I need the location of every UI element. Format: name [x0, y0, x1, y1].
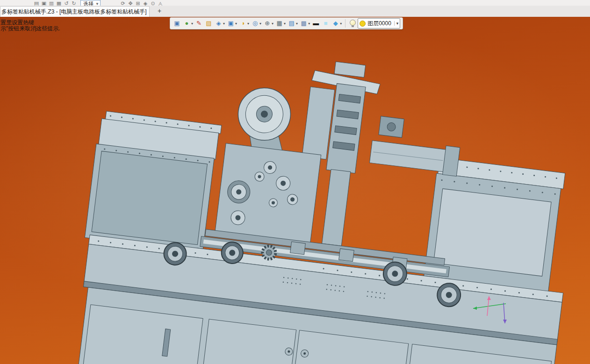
- layer-dropdown[interactable]: 图层0000 ▾: [358, 18, 400, 29]
- export-window-icon[interactable]: ▣: [173, 19, 181, 28]
- light-bulb-icon[interactable]: [348, 19, 357, 28]
- toolbar-separator: [345, 19, 345, 28]
- machine-model[interactable]: [56, 34, 588, 364]
- solid-box-icon[interactable]: ▧: [204, 19, 213, 28]
- left-cabinet[interactable]: [85, 110, 221, 252]
- new-tab-button[interactable]: +: [155, 7, 164, 15]
- document-tab-title: 多标签粘贴机械手.Z3 - [电脑主板电路板多标签粘贴机械手]: [0, 8, 147, 16]
- section-view-icon: ▤: [288, 19, 295, 28]
- line-width-icon: ▬: [312, 19, 320, 28]
- dropdown-caret-icon[interactable]: ▾: [284, 21, 286, 26]
- appearance-icon[interactable]: ●▾: [182, 19, 194, 28]
- color-wheel-icon: ◑: [239, 19, 247, 28]
- viewport-toolbar-icons: ▣●▾✎▧◈▾▣▾◑▾◎▾⊕▾▦▾▤▾▩▾▬■◆▾: [173, 19, 342, 28]
- appearance-icon: ●: [183, 19, 191, 28]
- display-mode-icon: ▣: [227, 19, 235, 28]
- render-image-icon: ▩: [300, 19, 308, 28]
- dropdown-caret-icon[interactable]: ▾: [191, 21, 193, 26]
- align-plane-icon[interactable]: ▦▾: [275, 19, 286, 28]
- hint-line-2: 示"按钮来取消这些提示.: [0, 26, 60, 32]
- document-tab[interactable]: 多标签粘贴机械手.Z3 - [电脑主板电路板多标签粘贴机械手] ×: [0, 6, 150, 17]
- display-mode-icon[interactable]: ▣▾: [226, 19, 237, 28]
- material-icon[interactable]: ◆▾: [331, 19, 342, 28]
- render-image-icon[interactable]: ▩▾: [299, 19, 310, 28]
- zoom-icon: ◎: [251, 19, 259, 28]
- background-color-icon: ■: [322, 19, 330, 28]
- material-icon: ◆: [331, 19, 339, 28]
- measure-pen-icon: ✎: [195, 19, 203, 28]
- dropdown-caret-icon[interactable]: ▾: [223, 21, 225, 26]
- dropdown-caret-icon[interactable]: ▾: [235, 21, 237, 26]
- section-view-icon[interactable]: ▤▾: [287, 19, 298, 28]
- chevron-down-icon[interactable]: ▾: [394, 21, 399, 26]
- shaded-cube-icon: ◈: [215, 19, 223, 28]
- dropdown-caret-icon[interactable]: ▾: [308, 21, 310, 26]
- dropdown-caret-icon[interactable]: ▾: [247, 21, 249, 26]
- viewport-canvas[interactable]: [0, 17, 590, 364]
- background-color-icon[interactable]: ■: [321, 19, 330, 28]
- close-tab-icon[interactable]: ×: [147, 8, 150, 15]
- dropdown-caret-icon[interactable]: ▾: [296, 21, 298, 26]
- dropdown-caret-icon[interactable]: ▾: [340, 21, 342, 26]
- feed-arm[interactable]: [369, 137, 460, 176]
- hint-text: 置里设置热键 示"按钮来取消这些提示.: [0, 20, 60, 32]
- shaded-cube-icon[interactable]: ◈▾: [214, 19, 225, 28]
- layer-color-icon: [360, 21, 366, 27]
- viewport[interactable]: 置里设置热键 示"按钮来取消这些提示. ▣●▾✎▧◈▾▣▾◑▾◎▾⊕▾▦▾▤▾▩…: [0, 17, 590, 364]
- roller-assembly[interactable]: [215, 143, 321, 243]
- zoom-icon[interactable]: ◎▾: [251, 19, 262, 28]
- export-window-icon: ▣: [173, 19, 181, 28]
- target-icon: ⊕: [263, 19, 271, 28]
- dropdown-caret-icon[interactable]: ▾: [272, 21, 273, 26]
- line-width-icon[interactable]: ▬: [311, 19, 320, 28]
- viewport-toolbar: ▣●▾✎▧◈▾▣▾◑▾◎▾⊕▾▦▾▤▾▩▾▬■◆▾ 图层0000 ▾: [170, 17, 403, 29]
- layer-value: 图层0000: [367, 20, 391, 28]
- color-wheel-icon[interactable]: ◑▾: [238, 19, 250, 28]
- align-plane-icon: ▦: [275, 19, 283, 28]
- target-icon[interactable]: ⊕▾: [263, 19, 274, 28]
- document-tabbar: 多标签粘贴机械手.Z3 - [电脑主板电路板多标签粘贴机械手] × +: [0, 6, 590, 17]
- solid-box-icon: ▧: [205, 19, 213, 28]
- dropdown-caret-icon[interactable]: ▾: [259, 21, 261, 26]
- measure-pen-icon[interactable]: ✎: [194, 19, 203, 28]
